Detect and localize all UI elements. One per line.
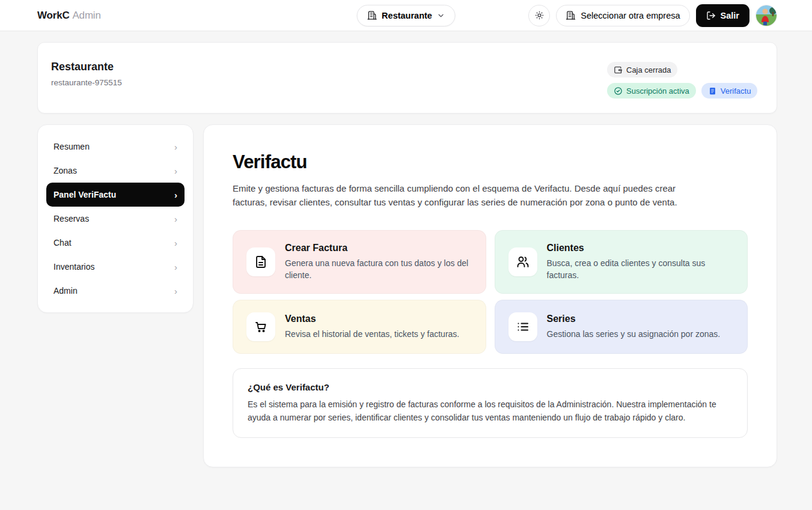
sidebar-item-zonas[interactable]: Zonas › <box>46 159 185 183</box>
company-card: Restaurante restaurante-975515 Caja cerr… <box>37 42 777 114</box>
feature-card-text: Ventas Revisa el historial de ventas, ti… <box>285 314 459 340</box>
company-badges: Caja cerrada Suscripción activa Verifact… <box>607 62 760 99</box>
chevron-right-icon: › <box>174 142 177 151</box>
status-badge-verifactu: Verifactu <box>701 83 758 99</box>
feature-card-ventas[interactable]: Ventas Revisa el historial de ventas, ti… <box>233 300 486 354</box>
sun-icon <box>534 10 545 20</box>
sidebar-item-label: Admin <box>53 286 78 296</box>
chevron-down-icon <box>437 11 445 20</box>
info-box-title: ¿Qué es Verifactu? <box>248 382 733 392</box>
sidebar-item-panel-verifactu[interactable]: Panel VeriFactu › <box>46 183 185 207</box>
feature-title: Series <box>547 314 721 324</box>
logout-label: Salir <box>721 11 739 20</box>
top-bar-actions: Seleccionar otra empresa Salir <box>528 4 777 27</box>
feature-description: Revisa el historial de ventas, tickets y… <box>285 328 459 340</box>
company-title: Restaurante <box>51 61 122 73</box>
sidebar-item-label: Zonas <box>53 166 77 175</box>
sidebar-item-label: Reservas <box>53 214 89 223</box>
main-panel: Verifactu Emite y gestiona facturas de f… <box>203 124 777 467</box>
select-company-label: Seleccionar otra empresa <box>581 11 680 20</box>
top-bar: WorkCAdmin Restaurante <box>0 0 812 31</box>
feature-description: Busca, crea o edita clientes y consulta … <box>547 257 734 282</box>
list-icon <box>508 312 537 341</box>
feature-description: Genera una nueva factura con tus datos y… <box>285 257 472 282</box>
badge-label: Verifactu <box>721 87 751 96</box>
info-box-body: Es el sistema para la emisión y registro… <box>248 398 733 424</box>
chevron-right-icon: › <box>174 238 177 247</box>
invoice-icon <box>708 87 717 96</box>
status-badge-subscription: Suscripción activa <box>607 83 696 99</box>
chevron-right-icon: › <box>174 287 177 296</box>
sidebar-item-resumen[interactable]: Resumen › <box>46 135 185 159</box>
building-icon <box>367 10 377 20</box>
feature-card-text: Crear Factura Genera una nueva factura c… <box>285 243 472 282</box>
shopping-cart-icon <box>246 312 275 341</box>
feature-card-clientes[interactable]: Clientes Busca, crea o edita clientes y … <box>495 230 748 294</box>
status-badge-caja: Caja cerrada <box>607 62 677 77</box>
check-circle-icon <box>614 87 623 96</box>
badge-label: Suscripción activa <box>626 87 689 96</box>
chevron-right-icon: › <box>174 190 177 199</box>
feature-title: Crear Factura <box>285 243 472 253</box>
info-box: ¿Qué es Verifactu? Es el sistema para la… <box>233 368 748 438</box>
chevron-right-icon: › <box>174 263 177 272</box>
app-logo: WorkCAdmin <box>37 10 101 22</box>
select-company-button[interactable]: Seleccionar otra empresa <box>556 5 689 26</box>
feature-title: Clientes <box>547 243 734 253</box>
logout-icon <box>706 11 716 20</box>
content-area: Resumen › Zonas › Panel VeriFactu › Rese… <box>37 124 777 467</box>
file-text-icon <box>246 247 275 276</box>
feature-card-series[interactable]: Series Gestiona las series y su asignaci… <box>495 300 748 354</box>
company-selector-label: Restaurante <box>382 11 432 20</box>
sidebar-item-chat[interactable]: Chat › <box>46 231 185 255</box>
feature-description: Gestiona las series y su asignación por … <box>547 328 721 340</box>
page-title: Verifactu <box>233 151 748 173</box>
avatar[interactable] <box>756 5 777 26</box>
sidebar-nav: Resumen › Zonas › Panel VeriFactu › Rese… <box>37 124 194 313</box>
sidebar-item-label: Resumen <box>53 142 90 151</box>
avatar-image <box>756 5 777 26</box>
sidebar-item-admin[interactable]: Admin › <box>46 279 185 303</box>
feature-grid: Crear Factura Genera una nueva factura c… <box>233 230 748 354</box>
sidebar-item-label: Inventarios <box>53 262 94 272</box>
logout-button[interactable]: Salir <box>696 4 749 27</box>
sidebar-item-label: Chat <box>53 238 72 247</box>
company-info: Restaurante restaurante-975515 <box>51 56 122 87</box>
chevron-right-icon: › <box>174 214 177 223</box>
feature-card-text: Series Gestiona las series y su asignaci… <box>547 314 721 340</box>
brand-name: WorkC <box>37 10 69 21</box>
chevron-right-icon: › <box>174 166 177 175</box>
feature-card-crear-factura[interactable]: Crear Factura Genera una nueva factura c… <box>233 230 486 294</box>
sidebar-item-inventarios[interactable]: Inventarios › <box>46 255 185 279</box>
building-icon <box>566 10 576 20</box>
theme-toggle-button[interactable] <box>528 5 550 26</box>
company-slug: restaurante-975515 <box>51 78 122 87</box>
wallet-icon <box>614 65 623 74</box>
page-description: Emite y gestiona facturas de forma senci… <box>233 181 692 210</box>
users-icon <box>508 247 537 276</box>
company-selector[interactable]: Restaurante <box>356 5 456 26</box>
badge-label: Caja cerrada <box>626 65 671 74</box>
sidebar-item-label: Panel VeriFactu <box>53 190 116 199</box>
brand-suffix: Admin <box>72 10 100 21</box>
feature-title: Ventas <box>285 314 459 324</box>
feature-card-text: Clientes Busca, crea o edita clientes y … <box>547 243 734 282</box>
sidebar-item-reservas[interactable]: Reservas › <box>46 207 185 231</box>
